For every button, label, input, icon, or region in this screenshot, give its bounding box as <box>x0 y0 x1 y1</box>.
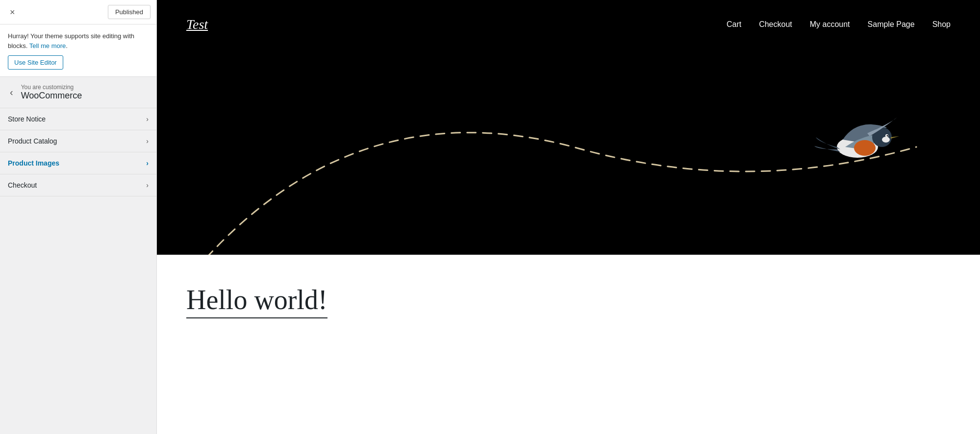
hero-section <box>157 49 980 255</box>
sidebar-item-store-notice[interactable]: Store Notice› <box>0 108 156 130</box>
svg-point-5 <box>887 135 888 137</box>
notice-banner: Hurray! Your theme supports site editing… <box>0 24 156 77</box>
hello-world-heading: Hello world! <box>186 284 327 318</box>
sidebar-item-product-images[interactable]: Product Images› <box>0 152 156 174</box>
use-site-editor-button[interactable]: Use Site Editor <box>8 55 63 70</box>
nav-item-shop[interactable]: Shop <box>932 20 951 29</box>
tell-me-more-link[interactable]: Tell me more <box>29 42 66 49</box>
sidebar-item-label: Store Notice <box>8 115 46 123</box>
site-navigation: CartCheckoutMy accountSample PageShop <box>727 20 951 29</box>
bird-illustration <box>813 108 902 176</box>
sidebar-item-product-catalog[interactable]: Product Catalog› <box>0 130 156 152</box>
back-button[interactable]: ‹ <box>8 85 15 100</box>
nav-item-sample-page[interactable]: Sample Page <box>868 20 915 29</box>
sidebar-item-label: Product Images <box>8 159 59 167</box>
sidebar-item-label: Checkout <box>8 181 37 189</box>
nav-item-checkout[interactable]: Checkout <box>759 20 792 29</box>
preview-area: Test CartCheckoutMy accountSample PageSh… <box>157 0 980 434</box>
customizing-title: WooCommerce <box>21 91 82 101</box>
sidebar: × Published Hurray! Your theme supports … <box>0 0 157 434</box>
sidebar-item-label: Product Catalog <box>8 137 57 145</box>
close-button[interactable]: × <box>6 6 19 19</box>
notice-text: Hurray! Your theme supports site editing… <box>8 32 134 49</box>
nav-item-cart[interactable]: Cart <box>727 20 741 29</box>
published-button[interactable]: Published <box>108 5 151 19</box>
content-section: Hello world! <box>157 255 980 434</box>
customizing-text: You are customizing WooCommerce <box>21 84 82 101</box>
chevron-right-icon: › <box>146 181 149 189</box>
menu-items: Store Notice›Product Catalog›Product Ima… <box>0 108 156 434</box>
site-header: Test CartCheckoutMy accountSample PageSh… <box>157 0 980 49</box>
sidebar-header: × Published <box>0 0 156 24</box>
svg-point-1 <box>854 140 876 156</box>
customizing-section: ‹ You are customizing WooCommerce <box>0 77 156 108</box>
site-logo: Test <box>186 17 208 32</box>
chevron-right-icon: › <box>146 159 149 167</box>
customizing-label: You are customizing <box>21 84 82 91</box>
svg-point-3 <box>882 137 890 143</box>
chevron-right-icon: › <box>146 137 149 145</box>
nav-item-my-account[interactable]: My account <box>810 20 850 29</box>
sidebar-item-checkout[interactable]: Checkout› <box>0 174 156 196</box>
chevron-right-icon: › <box>146 115 149 123</box>
